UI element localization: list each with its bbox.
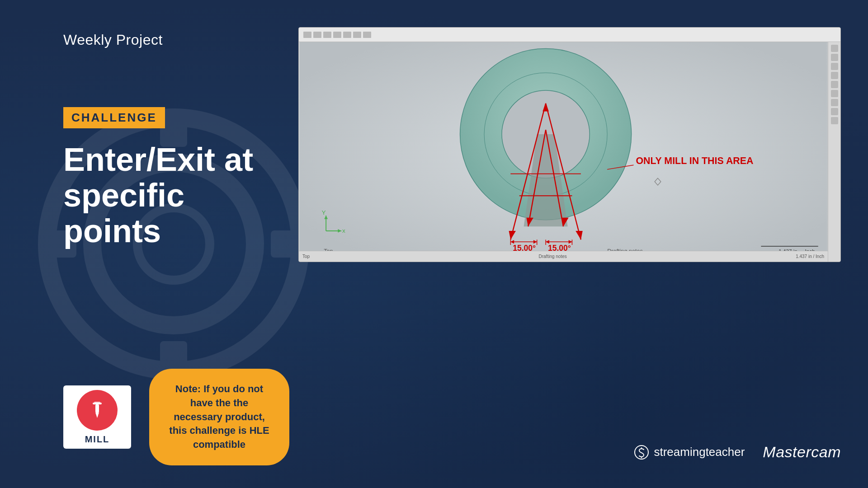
- mill-circle-icon: [77, 390, 118, 431]
- streamingteacher-name: streamingteacher: [654, 445, 745, 459]
- cad-viewport: ONLY MILL IN THIS AREA 15.00° 15.00°: [299, 42, 828, 262]
- cad-toolbar: [299, 28, 840, 42]
- svg-rect-11: [94, 402, 100, 404]
- branding-row: streamingteacher Mastercam: [634, 443, 841, 461]
- right-panel: ONLY MILL IN THIS AREA 15.00° 15.00°: [298, 0, 868, 488]
- cad-sidebar-btn-3: [831, 63, 838, 70]
- svg-text:x: x: [342, 227, 345, 234]
- streamingteacher-logo: streamingteacher: [634, 445, 745, 460]
- cad-sidebar-btn-2: [831, 54, 838, 61]
- bottom-left-section: MILL Note: If you do not have the the ne…: [63, 369, 289, 465]
- mill-icon-box: MILL: [63, 385, 131, 449]
- svg-text:ONLY MILL IN THIS AREA: ONLY MILL IN THIS AREA: [636, 155, 753, 166]
- toolbar-item-5: [343, 32, 351, 38]
- cad-scale-label: 1.437 in / Inch: [796, 254, 824, 259]
- cad-sidebar-btn-4: [831, 72, 838, 79]
- mill-tool-svg: [86, 399, 108, 422]
- left-panel: Weekly Project CHALLENGE Enter/Exit at s…: [0, 0, 298, 488]
- mill-label: MILL: [85, 434, 110, 445]
- cad-sidebar-btn-5: [831, 81, 838, 88]
- svg-rect-9: [95, 404, 99, 413]
- cad-sidebar-btn-1: [831, 45, 838, 52]
- cad-sidebar-btn-9: [831, 117, 838, 124]
- toolbar-item-3: [323, 32, 331, 38]
- cad-view-label: Top: [302, 254, 310, 259]
- streamingteacher-icon: [634, 445, 649, 460]
- cad-window: ONLY MILL IN THIS AREA 15.00° 15.00°: [298, 27, 841, 262]
- cad-drawing-svg: ONLY MILL IN THIS AREA 15.00° 15.00°: [299, 42, 828, 262]
- toolbar-item-4: [333, 32, 341, 38]
- cad-sidebar-btn-8: [831, 108, 838, 115]
- toolbar-item-7: [363, 32, 371, 38]
- cad-sidebar-btn-6: [831, 90, 838, 97]
- note-bubble: Note: If you do not have the the necessa…: [149, 369, 289, 465]
- svg-marker-10: [95, 413, 99, 418]
- cad-bottom-bar: Top Drafting notes 1.437 in / Inch: [299, 251, 828, 262]
- svg-text:Y: Y: [321, 209, 326, 216]
- note-text: Note: If you do not have the the necessa…: [169, 383, 269, 450]
- toolbar-item-2: [313, 32, 321, 38]
- weekly-project-label: Weekly Project: [63, 32, 271, 48]
- toolbar-item-1: [303, 32, 311, 38]
- mastercam-logo: Mastercam: [763, 443, 841, 461]
- toolbar-item-6: [353, 32, 361, 38]
- cad-sidebar: [828, 42, 840, 262]
- main-title: Enter/Exit at specific points: [63, 142, 271, 249]
- cad-sidebar-btn-7: [831, 99, 838, 106]
- content-wrapper: Weekly Project CHALLENGE Enter/Exit at s…: [0, 0, 868, 488]
- cad-drafting-label: Drafting notes: [539, 254, 567, 259]
- challenge-badge: CHALLENGE: [63, 107, 165, 128]
